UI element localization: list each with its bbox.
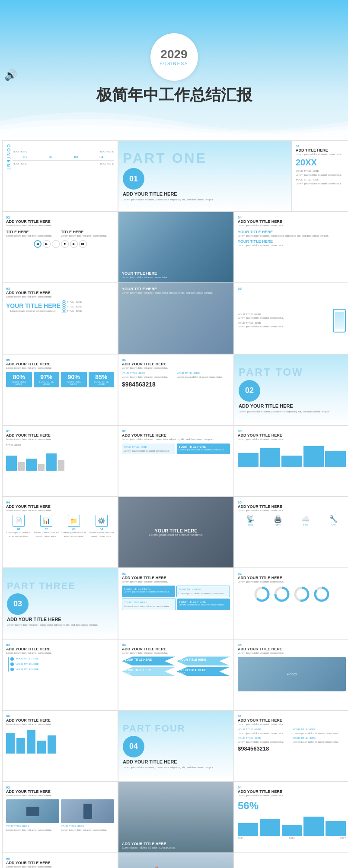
slide-05-phone: 05 YOUR TITLE HERE Lorem ipsum dolor sit… (234, 283, 348, 354)
photo-hands: YOUR TITLE HERE Lorem ipsum dolor sit am… (118, 497, 234, 568)
watermark-slide: LFPPT网提供 www.LFPPT.com (234, 853, 348, 868)
slide-01-bars: 01 ADD YOUR TITLE HERE Lorem ipsum dolor… (2, 425, 118, 497)
slide-02-laptop: 02 ADD YOUR TITLE HERE Lorem ipsum dolor… (2, 782, 118, 853)
content-vertical-label: CONTENT (6, 144, 11, 171)
part-two-desc: Lorem ipsum dolor sit amet, consectetur … (239, 410, 345, 413)
text-here-2: TEXT HERE (99, 150, 114, 153)
slides-container: CONTENT TEXT HERE TEXT HERE 01 02 03 04 … (0, 138, 348, 868)
photo-2: YOUR TITLE HERE Lorem ipsum dolor sit am… (118, 283, 234, 354)
row-7: PART THREE 03 ADD YOUR TITLE HERE Lorem … (2, 568, 346, 639)
part-four-desc: Lorem ipsum dolor sit amet, consectetur … (123, 766, 229, 769)
percent-56-display: 56% (238, 800, 346, 812)
part-one-slide: PART ONE 01 ADD YOUR TITLE HERE Lorem ip… (118, 140, 292, 212)
slide-01-numbers: 01 ADD YOUR TITLE HERE Lorem ipsum dolor… (118, 568, 234, 639)
row-6: 04 ADD YOUR TITLE HERE Lorem ipsum dolor… (2, 497, 346, 568)
bar-1 (6, 456, 17, 471)
slide-04-icons: 04 ADD YOUR TITLE HERE Lorem ipsum dolor… (2, 497, 118, 568)
slide-02-desc: 02 ADD YOUR TITLE HERE Lorem ipsum dolor… (118, 425, 234, 497)
icon-cloud: ☁️ (301, 515, 310, 523)
bar-3 (26, 459, 37, 471)
slide-01-price2: 01 ADD YOUR TITLE HERE Lorem ipsum dolor… (234, 710, 348, 782)
business-label: BUSINESS (160, 61, 188, 66)
vbar-1 (238, 453, 259, 467)
part-four-num: 04 (123, 736, 144, 757)
text-here-1: TEXT HERE (13, 150, 27, 153)
add-title-r1: ADD TITLE HERE (296, 148, 348, 152)
year-text: 2029 (160, 48, 187, 61)
icon-gear: ⚙️ (96, 515, 108, 527)
part-three-title: ADD YOUR TITLE HERE (7, 617, 113, 622)
row-11: 05 ADD YOUR TITLE HERE Lorem ipsum dolor… (2, 853, 346, 868)
map-pin: 📍 (153, 866, 160, 868)
bar-2 (18, 462, 25, 471)
part-three-bg: PART THREE (7, 580, 113, 592)
row-9: 06 ADD YOUR TITLE HERE Lorem ipsum dolor… (2, 710, 346, 782)
row-1: CONTENT TEXT HERE TEXT HERE 01 02 03 04 … (2, 140, 346, 212)
slide-05-percent: 05 ADD YOUR TITLE HERE Lorem ipsum dolor… (2, 354, 118, 425)
price2-display: $984563218 (238, 745, 346, 752)
icon-print: 🖨️ (274, 515, 282, 523)
slide-04-56: 04 ADD YOUR TITLE HERE Lorem ipsum dolor… (234, 782, 348, 853)
bar-4 (38, 464, 45, 471)
donut-3 (293, 586, 310, 603)
part-one-desc: Lorem ipsum dolor sit amet, consectetur … (123, 198, 287, 201)
part-four-title: ADD YOUR TITLE HERE (123, 759, 229, 764)
donut-2 (273, 586, 291, 603)
row-2: 02 ADD YOUR TITLE HERE Lorem ipsum dolor… (2, 212, 346, 283)
row-4: 05 ADD YOUR TITLE HERE Lorem ipsum dolor… (2, 354, 346, 425)
vbar-2 (260, 448, 281, 467)
part-one-title: ADD YOUR TITLE HERE (123, 191, 287, 196)
slide-03-timeline: 03 ADD YOUR TITLE HERE Lorem ipsum dolor… (2, 283, 118, 354)
slide-06-chart: 06 ADD YOUR TITLE HERE Lorem ipsum dolor… (2, 710, 118, 782)
part-three-num: 03 (7, 593, 29, 615)
part-one-num: 01 (123, 168, 144, 190)
donut-1 (253, 586, 271, 603)
header-section: 2029 BUSINESS 极简年中工作总结汇报 🔊 (0, 0, 348, 138)
part-two-bg-text: PART TOW (239, 366, 345, 378)
part-four-bg: PART FOUR (123, 723, 229, 734)
slide-03-tree: 03 ADD YOUR TITLE HERE Lorem ipsum dolor… (2, 639, 118, 710)
icon-doc: 📄 (13, 515, 25, 527)
slide-05-photo: 05 ADD YOUR TITLE HERE Lorem ipsum dolor… (234, 639, 348, 710)
bar-5 (46, 453, 57, 471)
photo-1: YOUR TITLE HERE Lorem ipsum dolor sit am… (118, 212, 234, 283)
audio-icon[interactable]: 🔊 (4, 69, 17, 81)
vbar-3 (281, 456, 302, 468)
20xx-slide: 01 ADD TITLE HERE Lorem ipsum dolor sit … (292, 140, 348, 212)
row-3: 03 ADD YOUR TITLE HERE Lorem ipsum dolor… (2, 283, 346, 354)
year-badge: 2029 BUSINESS (150, 33, 198, 81)
slide-02-titles: 02 ADD YOUR TITLE HERE Lorem ipsum dolor… (2, 212, 118, 283)
part-two-slide: PART TOW 02 ADD YOUR TITLE HERE Lorem ip… (234, 354, 348, 425)
year-20xx: 20XX (296, 158, 348, 168)
slide-02-circles: 02 ADD YOUR TITLE HERE Lorem ipsum dolor… (234, 568, 348, 639)
vbar-5 (325, 451, 346, 468)
icon-wifi: 📡 (246, 515, 255, 523)
slide-04-arrows: 04 ADD YOUR TITLE HERE Lorem ipsum dolor… (118, 639, 234, 710)
part-one-bg-text: PART ONE (123, 150, 287, 166)
slide-05-icons: 05 ADD YOUR TITLE HERE Lorem ipsum dolor… (234, 497, 348, 568)
bar-6 (58, 460, 64, 471)
row-10: 02 ADD YOUR TITLE HERE Lorem ipsum dolor… (2, 782, 346, 853)
slide-06-price: 06 ADD YOUR TITLE HERE Lorem ipsum dolor… (118, 354, 234, 425)
vbar-4 (303, 446, 324, 468)
slide-03-bars: 03 ADD YOUR TITLE HERE Lorem ipsum dolor… (234, 425, 348, 497)
part-two-title: ADD YOUR TITLE HERE (239, 403, 345, 409)
icon-wrench: 🔧 (329, 515, 338, 523)
main-title: 极简年中工作总结汇报 (96, 85, 252, 105)
price-display: $984563218 (122, 381, 230, 388)
row-8: 03 ADD YOUR TITLE HERE Lorem ipsum dolor… (2, 639, 346, 710)
donut-4 (313, 586, 330, 603)
row-5: 01 ADD YOUR TITLE HERE Lorem ipsum dolor… (2, 425, 346, 497)
content-slide: CONTENT TEXT HERE TEXT HERE 01 02 03 04 … (2, 140, 118, 212)
desc-r1: Lorem ipsum dolor sit amet consectetur. (296, 152, 348, 156)
photo-city: YOUR TITLE HERE Lorem ipsum dolor sit am… (118, 853, 234, 868)
icon-folder: 📁 (68, 515, 80, 527)
part-three-slide: PART THREE 03 ADD YOUR TITLE HERE Lorem … (2, 568, 118, 639)
text-here-3: TEXT HERE (13, 162, 27, 165)
slide-04-a: 04 ADD YOUR TITLE HERE Lorem ipsum dolor… (234, 212, 348, 283)
photo-people: ADD YOUR TITLE HERE Lorem ipsum dolor si… (118, 782, 234, 853)
part-three-desc: Lorem ipsum dolor sit amet, consectetur … (7, 623, 113, 627)
slide-05-93: 05 ADD YOUR TITLE HERE Lorem ipsum dolor… (2, 853, 118, 868)
part-two-num: 02 (239, 380, 260, 402)
icon-chart: 📊 (40, 515, 52, 527)
